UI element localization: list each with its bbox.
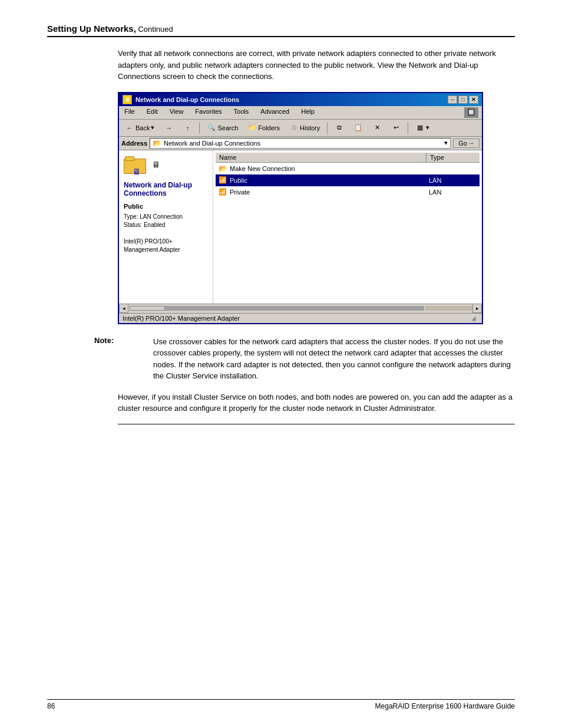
- network-icon-overlay: 🖥: [133, 167, 141, 176]
- folder-tab: [125, 156, 134, 161]
- address-field[interactable]: 📂 Network and Dial-up Connections ▾: [150, 138, 451, 149]
- file-label-public: Public: [230, 177, 247, 184]
- body-text-2: However, if you install Cluster Service …: [118, 391, 515, 414]
- heading-bold: Setting Up Networks,: [47, 24, 136, 34]
- menu-help[interactable]: Help: [299, 107, 316, 118]
- delete-button[interactable]: ✕: [369, 121, 385, 134]
- toolbar-sep-2: [327, 122, 328, 134]
- lan-icon-private: 📶: [218, 187, 227, 197]
- left-panel-title: Network and Dial-up Connections: [124, 181, 208, 198]
- footer-page-number: 86: [47, 702, 55, 710]
- lan-icon-public: 📶: [218, 176, 227, 185]
- horizontal-scrollbar[interactable]: ◂ ▸: [119, 304, 482, 313]
- file-label-make-new: Make New Connection: [230, 165, 295, 172]
- scroll-right-button[interactable]: ▸: [472, 304, 482, 313]
- intro-text: Verify that all network connections are …: [118, 48, 515, 83]
- forward-icon: →: [164, 123, 173, 133]
- copy-icon: ⧉: [335, 123, 344, 133]
- right-panel: Name Type 📂 Make New Connection: [213, 150, 482, 304]
- dialog-titlebar: 🖥 Network and Dial-up Connections ─ □ ✕: [119, 93, 482, 106]
- page: Setting Up Networks, Continued Verify th…: [0, 0, 562, 728]
- dialog-body: 🖥 🖥 Network and Dial-up Connections Publ…: [119, 150, 482, 304]
- menu-file[interactable]: File: [123, 107, 137, 118]
- network-folder-icon: 🖥: [124, 155, 150, 177]
- left-detail-type: Type: LAN Connection: [124, 213, 183, 220]
- heading-continued: Continued: [136, 25, 173, 34]
- col-header-name[interactable]: Name: [216, 153, 427, 162]
- dialog-statusbar: Intel(R) PRO/100+ Management Adapter ◢: [119, 313, 482, 323]
- back-label: Back: [135, 124, 150, 131]
- table-row[interactable]: 📂 Make New Connection: [216, 163, 480, 174]
- copy-button[interactable]: ⧉: [331, 121, 348, 134]
- menu-edit[interactable]: Edit: [145, 107, 160, 118]
- restore-button[interactable]: □: [458, 95, 468, 104]
- dialog-title-icon: 🖥: [123, 95, 132, 104]
- note-text: Use crossover cables for the network car…: [153, 336, 515, 382]
- file-name-private: 📶 Private: [216, 187, 427, 197]
- left-detail: Public Type: LAN Connection Status: Enab…: [124, 202, 208, 253]
- titlebar-left: 🖥 Network and Dial-up Connections: [123, 95, 239, 104]
- scroll-right-area: [425, 306, 472, 311]
- close-button[interactable]: ✕: [469, 95, 478, 104]
- note-section: Note: Use crossover cables for the netwo…: [94, 336, 515, 382]
- address-folder-icon: 📂: [153, 139, 161, 147]
- page-footer: 86 MegaRAID Enterprise 1600 Hardware Gui…: [47, 699, 515, 710]
- footer-title: MegaRAID Enterprise 1600 Hardware Guide: [375, 702, 515, 710]
- address-dropdown-icon: ▾: [444, 139, 448, 147]
- folders-label: Folders: [258, 124, 280, 131]
- left-detail-status: Status: Enabled: [124, 222, 166, 228]
- views-dropdown: ▾: [426, 124, 429, 131]
- left-detail-adapter: Intel(R) PRO/100+ Management Adapter: [124, 238, 180, 253]
- undo-button[interactable]: ↩: [388, 121, 404, 134]
- scroll-thumb[interactable]: [130, 306, 165, 311]
- search-button[interactable]: 🔍 Search: [203, 121, 242, 134]
- back-dropdown-icon: ▾: [151, 124, 154, 131]
- menu-tools[interactable]: Tools: [232, 107, 251, 118]
- go-button[interactable]: Go →: [453, 139, 480, 148]
- resize-grip-icon: ◢: [471, 315, 478, 322]
- back-button[interactable]: ← Back ▾: [121, 121, 158, 134]
- scroll-left-button[interactable]: ◂: [119, 304, 128, 313]
- file-type-private: LAN: [427, 188, 480, 196]
- up-button[interactable]: ↑: [179, 121, 196, 134]
- file-list: 📂 Make New Connection 📶 Public LAN: [216, 163, 480, 198]
- titlebar-controls: ─ □ ✕: [448, 95, 478, 104]
- network-dialog: 🖥 Network and Dial-up Connections ─ □ ✕ …: [118, 92, 483, 324]
- folders-button[interactable]: 📁 Folders: [244, 121, 283, 134]
- back-icon: ←: [125, 123, 134, 133]
- address-bar: Address 📂 Network and Dial-up Connection…: [119, 137, 482, 150]
- search-icon: 🔍: [207, 123, 216, 133]
- views-icon: ▦: [415, 123, 425, 133]
- column-headers: Name Type: [216, 153, 480, 163]
- history-button[interactable]: ⊙ History: [286, 121, 323, 134]
- menu-advanced[interactable]: Advanced: [259, 107, 291, 118]
- menu-view[interactable]: View: [168, 107, 186, 118]
- paste-button[interactable]: 📋: [350, 121, 366, 134]
- address-label: Address: [121, 140, 147, 147]
- menu-extra-icon: 🔲: [464, 107, 478, 118]
- views-button[interactable]: ▦ ▾: [412, 121, 433, 134]
- col-header-type[interactable]: Type: [427, 153, 480, 162]
- file-type-make-new: [427, 168, 480, 169]
- dialog-toolbar: ← Back ▾ → ↑ 🔍 Search 📁 Folders ⊙ Histor…: [119, 120, 482, 137]
- paste-icon: 📋: [353, 123, 363, 133]
- minimize-button[interactable]: ─: [448, 95, 457, 104]
- table-row[interactable]: 📶 Public LAN: [216, 174, 480, 186]
- table-row[interactable]: 📶 Private LAN: [216, 186, 480, 198]
- monitor-icon-1: 🖥: [152, 160, 160, 169]
- file-label-private: Private: [230, 189, 250, 196]
- left-panel-icon-area: 🖥 🖥: [124, 155, 160, 177]
- forward-button[interactable]: →: [160, 121, 177, 134]
- undo-icon: ↩: [391, 123, 401, 133]
- go-label: Go: [458, 140, 467, 147]
- monitor-icons: 🖥: [152, 160, 160, 169]
- left-detail-title: Public: [124, 202, 208, 211]
- folders-icon: 📁: [247, 123, 257, 133]
- search-label: Search: [217, 124, 238, 131]
- file-type-public: LAN: [427, 176, 480, 185]
- menu-favorites[interactable]: Favorites: [193, 107, 223, 118]
- history-label: History: [300, 124, 320, 131]
- history-icon: ⊙: [289, 123, 299, 133]
- go-arrow-icon: →: [468, 140, 474, 146]
- left-panel: 🖥 🖥 Network and Dial-up Connections Publ…: [119, 150, 213, 304]
